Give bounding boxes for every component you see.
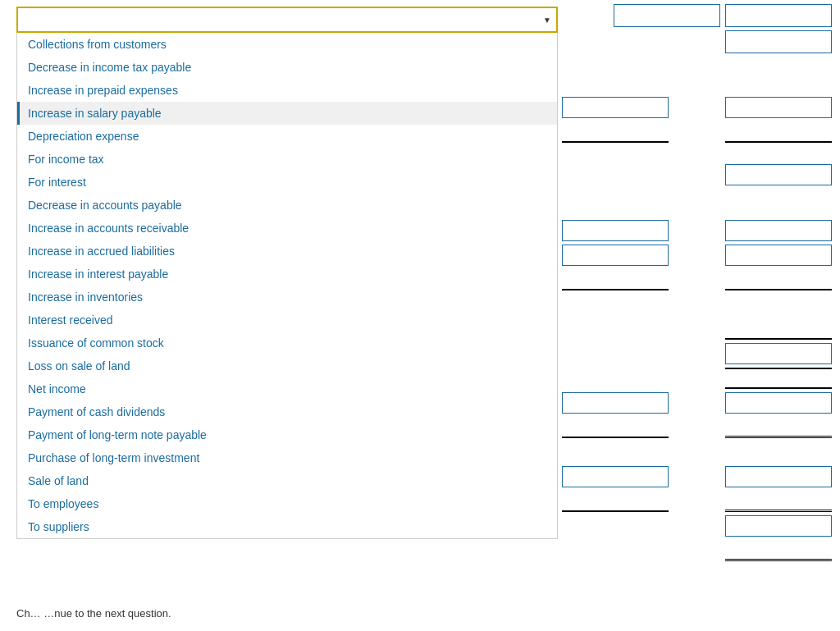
dropdown-item-sale-of-land[interactable]: Sale of land — [17, 469, 557, 492]
dropdown-item-increase-salary[interactable]: Increase in salary payable — [17, 102, 557, 125]
right-input-row11 — [725, 417, 832, 438]
dropdown-item-decrease-accounts-payable[interactable]: Decrease in accounts payable — [17, 194, 557, 217]
dropdown-item-collections[interactable]: Collections from customers — [17, 33, 557, 56]
mid-input-9 — [562, 491, 669, 512]
dropdown-item-increase-inventories[interactable]: Increase in inventories — [17, 286, 557, 309]
top-right-inputs — [614, 4, 832, 53]
dropdown-item-decrease-income-tax[interactable]: Decrease in income tax payable — [17, 56, 557, 79]
mid-input-5 — [562, 269, 669, 290]
mid-input-1[interactable] — [562, 97, 669, 118]
dropdown-item-increase-accounts-receivable[interactable]: Increase in accounts receivable — [17, 217, 557, 240]
top-input-3[interactable] — [725, 30, 832, 53]
top-input-2[interactable] — [725, 4, 832, 27]
dropdown-item-increase-interest-payable[interactable]: Increase in interest payable — [17, 263, 557, 286]
dropdown-item-loss-sale-land[interactable]: Loss on sale of land — [17, 354, 557, 377]
dropdown-list: Collections from customersDecrease in in… — [16, 33, 558, 539]
dropdown-item-issuance-common-stock[interactable]: Issuance of common stock — [17, 332, 557, 354]
right-input-row9 — [725, 368, 832, 389]
mid-input-8[interactable] — [562, 466, 669, 487]
dropdown-item-purchase-longterm-investment[interactable]: Purchase of long-term investment — [17, 446, 557, 469]
dropdown-trigger[interactable]: ▼ — [16, 7, 558, 33]
dropdown-arrow-icon: ▼ — [543, 16, 551, 25]
mid-input-3[interactable] — [562, 220, 669, 241]
right-input-row7 — [725, 318, 832, 340]
dropdown-item-depreciation[interactable]: Depreciation expense — [17, 125, 557, 148]
right-input-row5[interactable] — [725, 245, 832, 266]
right-input-row15 — [725, 540, 832, 561]
mid-input-2 — [562, 121, 669, 143]
bottom-text: Ch… …nue to the next question. — [0, 604, 840, 623]
dropdown-item-to-suppliers[interactable]: To suppliers — [17, 515, 557, 538]
right-input-row2 — [725, 121, 832, 143]
right-input-row3[interactable] — [725, 164, 832, 185]
dropdown-item-increase-prepaid[interactable]: Increase in prepaid expenses — [17, 79, 557, 102]
right-input-row12[interactable] — [725, 466, 832, 487]
right-input-row14[interactable] — [725, 515, 832, 537]
dropdown-item-interest-received[interactable]: Interest received — [17, 309, 557, 332]
top-input-1[interactable] — [614, 4, 720, 27]
mid-input-6[interactable] — [562, 392, 669, 414]
dropdown-container: ▼ Collections from customersDecrease in … — [16, 7, 558, 33]
mid-input-7 — [562, 417, 669, 438]
mid-input-4[interactable] — [562, 245, 669, 266]
dropdown-item-net-income[interactable]: Net income — [17, 377, 557, 400]
right-input-row10[interactable] — [725, 392, 832, 414]
right-input-row13 — [725, 491, 832, 512]
dropdown-item-for-income-tax[interactable]: For income tax — [17, 148, 557, 171]
dropdown-item-for-interest[interactable]: For interest — [17, 171, 557, 194]
right-input-row6 — [725, 269, 832, 290]
right-input-row1[interactable] — [725, 97, 832, 118]
dropdown-item-increase-accrued[interactable]: Increase in accrued liabilities — [17, 240, 557, 263]
right-input-row4[interactable] — [725, 220, 832, 241]
dropdown-item-to-employees[interactable]: To employees — [17, 492, 557, 515]
right-input-row8[interactable] — [725, 343, 832, 364]
dropdown-item-payment-cash-dividends[interactable]: Payment of cash dividends — [17, 400, 557, 423]
dropdown-item-payment-longterm-note[interactable]: Payment of long-term note payable — [17, 423, 557, 446]
page-container: ▼ Collections from customersDecrease in … — [0, 0, 840, 631]
